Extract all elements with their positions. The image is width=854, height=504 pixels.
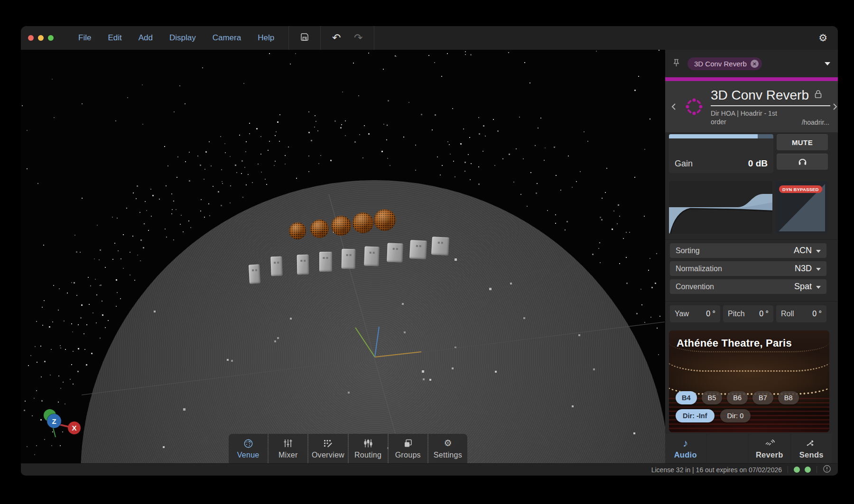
dropdown-label: Sorting [676, 247, 700, 255]
tab-routing[interactable]: Routing [349, 434, 388, 463]
tab-sends[interactable]: Sends [791, 434, 832, 463]
menu-camera[interactable]: Camera [213, 33, 241, 43]
roll-field[interactable]: Roll 0 ° [776, 305, 826, 322]
tab-groups[interactable]: Groups [389, 434, 427, 463]
object-header-text: 3D Conv Reverb Dir HOA | Hoadrir - 1st o… [711, 88, 830, 126]
bank-b8-button[interactable]: B8 [778, 391, 799, 404]
bank-b4-button[interactable]: B4 [676, 391, 697, 404]
exclamation-circle-icon[interactable] [823, 465, 831, 475]
gain-slider[interactable]: Gain 0 dB [669, 134, 773, 173]
normalization-dropdown[interactable]: Normalization N3D [670, 261, 826, 276]
loudspeaker-object[interactable] [364, 246, 379, 266]
pitch-field[interactable]: Pitch 0 ° [723, 305, 773, 322]
bank-b7-button[interactable]: B7 [752, 391, 773, 404]
loudspeaker-object[interactable] [297, 255, 309, 275]
chevron-down-icon[interactable] [825, 62, 830, 65]
venue-preset-card[interactable]: Athénée Theatre, Paris B4 B5 B6 B7 B8 Di… [669, 330, 829, 432]
chevron-down-icon [816, 250, 821, 253]
sends-icon [806, 438, 817, 449]
hoa-source-object[interactable] [353, 212, 373, 233]
redo-button[interactable]: ↷ [349, 32, 367, 44]
dir-buttons: Dir: -Inf Dir: 0 [676, 409, 751, 422]
pinned-object-tag[interactable]: 3D Conv Reverb × [687, 57, 762, 70]
globe-icon [243, 438, 254, 449]
tab-empty[interactable] [707, 434, 748, 463]
close-window-button[interactable] [28, 35, 34, 41]
menu-edit[interactable]: Edit [108, 33, 121, 43]
toolbar-separator [374, 26, 374, 50]
gear-icon: ⚙ [444, 438, 452, 449]
tab-label: Sends [799, 450, 824, 459]
menu-display[interactable]: Display [169, 33, 196, 43]
convention-dropdown[interactable]: Convention Spat [670, 279, 826, 294]
bank-b5-button[interactable]: B5 [702, 391, 723, 404]
save-button[interactable] [296, 32, 314, 44]
divider [665, 239, 838, 240]
loudspeaker-object[interactable] [248, 264, 260, 284]
bank-buttons: B4 B5 B6 B7 B8 [676, 391, 799, 404]
redo-icon: ↷ [354, 32, 362, 44]
dir-0-button[interactable]: Dir: 0 [720, 409, 751, 422]
headphones-icon [798, 157, 807, 167]
menu-file[interactable]: File [78, 33, 91, 43]
monitor-button[interactable] [777, 154, 828, 170]
panel-tab-bar: ♪ Audio Reverb [665, 434, 832, 463]
toolbar-separator [320, 26, 321, 50]
app-settings-button[interactable]: ⚙ [818, 32, 827, 44]
close-icon[interactable]: × [751, 60, 759, 68]
dir-inf-button[interactable]: Dir: -Inf [676, 409, 715, 422]
hoa-source-object[interactable] [289, 222, 306, 239]
tab-venue[interactable]: Venue [229, 434, 268, 463]
eq-curve-thumbnail[interactable] [669, 181, 772, 234]
tab-label: Reverb [756, 450, 783, 459]
loudspeaker-object[interactable] [341, 249, 355, 269]
tab-label: Settings [434, 451, 462, 459]
dyn-bypassed-badge: DYN BYPASSED [779, 185, 822, 193]
tab-settings[interactable]: ⚙ Settings [428, 434, 467, 463]
axis-gizmo-z[interactable]: Z [47, 414, 61, 428]
yaw-value: 0 ° [706, 310, 715, 318]
sorting-dropdown[interactable]: Sorting ACN [670, 243, 826, 258]
loudspeaker-object[interactable] [387, 243, 403, 262]
mute-button[interactable]: MUTE [777, 134, 828, 150]
inspector-panel: 3D Conv Reverb × 3D Conv Reverb [665, 50, 838, 464]
object-header: 3D Conv Reverb Dir HOA | Hoadrir - 1st o… [665, 81, 838, 132]
zoom-window-button[interactable] [48, 35, 54, 41]
reverb-icon [764, 438, 775, 449]
lock-icon[interactable] [814, 89, 823, 101]
traffic-lights [28, 35, 54, 41]
chevron-down-icon [816, 286, 821, 289]
tab-audio[interactable]: ♪ Audio [665, 434, 706, 463]
menu-help[interactable]: Help [258, 33, 274, 43]
hoa-source-object[interactable] [374, 209, 396, 231]
tab-label: Routing [354, 451, 381, 459]
dynamics-thumbnail[interactable]: DYN BYPASSED [776, 181, 828, 234]
hoa-source-object[interactable] [331, 216, 351, 236]
undo-button[interactable]: ↶ [327, 32, 345, 44]
tab-mixer[interactable]: Mixer [269, 434, 307, 463]
accent-bar [665, 77, 838, 81]
tab-overview[interactable]: Overview [308, 434, 347, 463]
pin-icon[interactable] [672, 58, 681, 69]
dropdown-value: Spat [794, 282, 812, 292]
minimize-window-button[interactable] [38, 35, 44, 41]
menu-bar: File Edit Add Display Camera Help [78, 33, 274, 43]
status-separator [817, 466, 817, 473]
save-icon [300, 32, 309, 44]
axis-gizmo-x[interactable]: X [68, 422, 81, 434]
menu-add[interactable]: Add [139, 33, 153, 43]
prev-object-button[interactable] [669, 101, 678, 112]
yaw-field[interactable]: Yaw 0 ° [670, 305, 720, 322]
loudspeaker-object[interactable] [270, 256, 282, 276]
viewport-3d[interactable]: Z X Venue [21, 50, 665, 464]
loudspeaker-object[interactable] [319, 252, 332, 272]
tab-reverb[interactable]: Reverb [749, 434, 790, 463]
next-object-button[interactable] [830, 101, 838, 112]
undo-icon: ↶ [332, 32, 341, 44]
loudspeaker-object[interactable] [409, 240, 427, 259]
hoa-source-object[interactable] [310, 220, 329, 238]
bank-b6-button[interactable]: B6 [727, 391, 748, 404]
pitch-value: 0 ° [759, 310, 769, 318]
loudspeaker-object[interactable] [431, 237, 449, 256]
yaw-label: Yaw [675, 310, 689, 318]
